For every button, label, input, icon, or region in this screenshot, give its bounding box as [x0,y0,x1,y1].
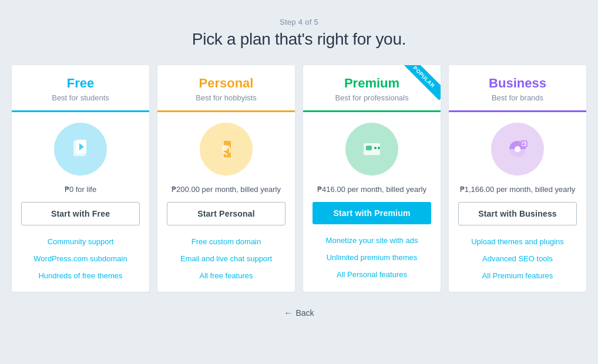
plan-body-personal: ₱200.00 per month, billed yearly Start P… [157,112,295,292]
svg-point-7 [374,147,377,149]
cta-button-premium[interactable]: Start with Premium [313,202,431,224]
plan-price-personal: ₱200.00 per month, billed yearly [172,185,281,194]
plan-name-free: Free [21,76,140,91]
feature-business-1: Advanced SEO tools [458,254,577,263]
plan-features-business: Upload themes and plugins Advanced SEO t… [458,237,577,280]
popular-badge-label: POPULAR [403,65,441,100]
plan-features-premium: Monetize your site with ads Unlimited pr… [313,236,431,279]
plan-tagline-business: Best for brands [458,93,577,102]
back-label: Back [295,308,314,318]
feature-business-0: Upload themes and plugins [458,237,577,246]
plan-price-free: ₱0 for life [65,185,96,194]
back-link[interactable]: ← Back [284,308,314,318]
plan-icon-business: ≡ [491,123,544,176]
plan-card-personal: Personal Best for hobbyists ₱200.00 per … [157,65,295,292]
plan-header-personal: Personal Best for hobbyists [157,65,295,112]
page-title: Pick a plan that's right for you. [192,30,406,49]
plan-header-business: Business Best for brands [449,65,586,112]
feature-free-0: Community support [21,237,140,246]
cta-button-business[interactable]: Start with Business [458,202,577,225]
plan-tagline-free: Best for students [21,93,140,102]
svg-point-8 [378,147,380,149]
plan-features-personal: Free custom domain Email and live chat s… [167,237,285,280]
feature-personal-0: Free custom domain [167,237,285,246]
svg-point-4 [222,145,228,151]
plan-card-free: Free Best for students ₱0 for life Start… [12,65,149,292]
plan-body-business: ≡ ₱1,166.00 per month, billed yearly Sta… [449,112,586,292]
cta-button-personal[interactable]: Start Personal [167,202,285,225]
svg-point-10 [515,146,520,152]
svg-text:≡: ≡ [522,141,525,147]
plan-header-free: Free Best for students [12,65,149,112]
plan-price-business: ₱1,166.00 per month, billed yearly [460,185,576,194]
feature-premium-0: Monetize your site with ads [313,236,431,245]
back-arrow-icon: ← [284,308,292,318]
feature-free-2: Hundreds of free themes [21,271,140,280]
feature-free-1: WordPress.com subdomain [21,254,140,263]
feature-premium-1: Unlimited premium themes [313,253,431,262]
plan-price-premium: ₱416.00 per month, billed yearly [317,185,426,194]
feature-premium-2: All Personal features [313,270,431,279]
plan-card-premium: POPULAR Premium Best for professionals ₱… [303,65,441,292]
feature-personal-2: All free features [167,271,285,280]
plan-body-free: ₱0 for life Start with Free Community su… [12,112,149,292]
plan-body-premium: ₱416.00 per month, billed yearly Start w… [303,112,441,291]
plan-card-business: Business Best for brands ≡ ₱1,166.00 per… [449,65,586,292]
plan-icon-free [54,123,107,176]
feature-personal-1: Email and live chat support [167,254,285,263]
cta-button-free[interactable]: Start with Free [21,202,140,225]
plan-icon-premium [345,123,398,176]
back-link-container: ← Back [284,308,314,318]
plan-tagline-personal: Best for hobbyists [167,93,285,102]
plan-name-business: Business [458,76,577,91]
step-label: Step 4 of 5 [280,18,318,26]
feature-business-2: All Premium features [458,271,577,280]
plan-name-personal: Personal [167,76,285,91]
plan-features-free: Community support WordPress.com subdomai… [21,237,140,280]
plan-icon-personal [200,123,253,176]
popular-badge: POPULAR [403,65,441,103]
svg-rect-6 [366,146,372,150]
plans-grid: Free Best for students ₱0 for life Start… [12,65,586,292]
